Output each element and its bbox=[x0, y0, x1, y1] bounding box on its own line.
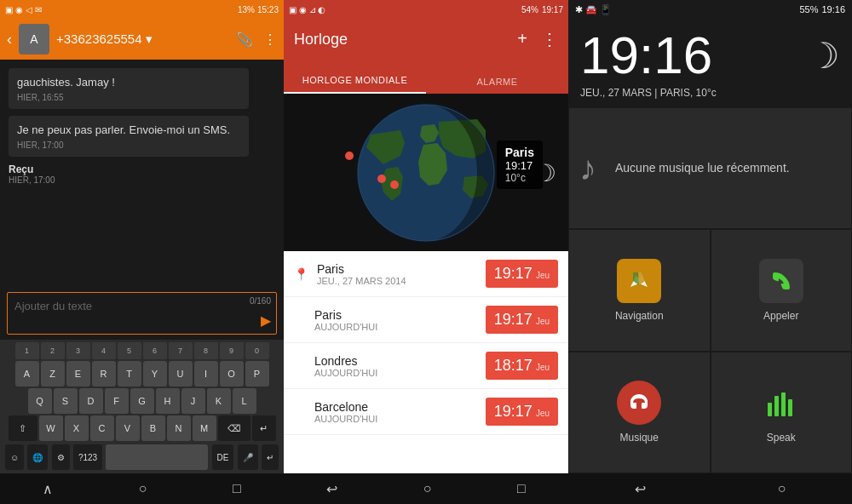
key-w[interactable]: W bbox=[39, 415, 63, 441]
city-item-barcelone[interactable]: Barcelone AUJOURD'HUI 19:17 Jeu bbox=[284, 389, 568, 435]
city-day: Jeu bbox=[536, 271, 550, 280]
city-item-paris-2[interactable]: Paris AUJOURD'HUI 19:17 Jeu bbox=[284, 297, 568, 343]
equalizer-icon bbox=[764, 386, 798, 420]
battery-text: 13% bbox=[238, 5, 255, 14]
key-q[interactable]: Q bbox=[28, 388, 52, 414]
key-n[interactable]: N bbox=[167, 415, 191, 441]
delete-key[interactable]: ⌫ bbox=[218, 415, 250, 441]
key-o[interactable]: O bbox=[220, 361, 244, 387]
key-c[interactable]: C bbox=[90, 415, 114, 441]
kb-row-2: Q S D F G H J K L bbox=[2, 388, 282, 414]
city-date: AUJOURD'HUI bbox=[314, 322, 486, 332]
key-h[interactable]: H bbox=[156, 388, 180, 414]
music-recent-tile[interactable]: ♪ Aucune musique lue récemment. bbox=[568, 107, 852, 229]
key-l[interactable]: L bbox=[233, 388, 256, 414]
key-f[interactable]: F bbox=[105, 388, 129, 414]
space-key[interactable] bbox=[106, 444, 208, 470]
key-d[interactable]: D bbox=[79, 388, 103, 414]
key-k[interactable]: K bbox=[207, 388, 231, 414]
key-u[interactable]: U bbox=[169, 361, 193, 387]
home-nav-home[interactable]: ○ bbox=[778, 481, 786, 496]
key-i[interactable]: I bbox=[194, 361, 218, 387]
emoji-key[interactable]: ☺ bbox=[5, 444, 24, 470]
status-right-icons: 13% 15:23 bbox=[238, 5, 279, 14]
globe-key[interactable]: 🌐 bbox=[27, 444, 48, 470]
num-key-8[interactable]: 8 bbox=[194, 342, 218, 359]
city-time: 19:17 bbox=[494, 311, 532, 329]
settings-key[interactable]: ⚙ bbox=[52, 444, 70, 470]
key-t[interactable]: T bbox=[118, 361, 141, 387]
home-nav-bar: ↩ ○ bbox=[568, 473, 852, 504]
key-z[interactable]: Z bbox=[41, 361, 65, 387]
city-time: 19:17 bbox=[494, 403, 532, 421]
lang-key[interactable]: DE bbox=[212, 444, 234, 470]
key-e[interactable]: E bbox=[66, 361, 90, 387]
num-key-2[interactable]: 2 bbox=[41, 342, 65, 359]
tab-alarme[interactable]: ALARME bbox=[426, 77, 568, 94]
key-g[interactable]: G bbox=[130, 388, 154, 414]
attach-icon[interactable]: 📎 bbox=[236, 32, 253, 48]
car-icon: 🚘 bbox=[585, 4, 597, 15]
nav-home-button[interactable]: ○ bbox=[139, 481, 147, 496]
num-key-7[interactable]: 7 bbox=[169, 342, 193, 359]
volume-icon: ◁ bbox=[26, 5, 32, 14]
clock-status-bar: ▣ ◉ ⊿ ◐ 54% 19:17 bbox=[284, 0, 568, 19]
city-info: Paris AUJOURD'HUI bbox=[294, 308, 486, 332]
clock-more-icon[interactable]: ⋮ bbox=[541, 29, 558, 49]
return-key[interactable]: ↵ bbox=[252, 415, 276, 441]
num-key-0[interactable]: 0 bbox=[245, 342, 269, 359]
key-r[interactable]: R bbox=[92, 361, 116, 387]
num-key-9[interactable]: 9 bbox=[220, 342, 244, 359]
call-tile[interactable]: Appeler bbox=[711, 229, 853, 351]
key-b[interactable]: B bbox=[141, 415, 165, 441]
music-tile[interactable]: Musique bbox=[568, 352, 711, 473]
more-icon[interactable]: ⋮ bbox=[263, 32, 277, 48]
num-key-1[interactable]: 1 bbox=[15, 342, 39, 359]
clock-nav-home[interactable]: ○ bbox=[423, 481, 432, 496]
key-p[interactable]: P bbox=[245, 361, 269, 387]
speak-tile[interactable]: Speak bbox=[711, 352, 853, 473]
city-item-paris-highlighted[interactable]: 📍 Paris JEU., 27 MARS 2014 19:17 Jeu bbox=[284, 251, 568, 297]
city-day: Jeu bbox=[536, 409, 550, 418]
nav-recent-button[interactable]: □ bbox=[233, 481, 241, 496]
clock-nav-back[interactable]: ↩ bbox=[326, 481, 337, 497]
navigation-tile[interactable]: Navigation bbox=[568, 229, 711, 351]
city-item-londres[interactable]: Londres AUJOURD'HUI 18:17 Jeu bbox=[284, 343, 568, 389]
send-icon[interactable]: ▶ bbox=[261, 312, 271, 329]
home-nav-back[interactable]: ↩ bbox=[635, 481, 646, 497]
contact-avatar: A bbox=[19, 24, 49, 54]
num-key-6[interactable]: 6 bbox=[143, 342, 167, 359]
num-key-5[interactable]: 5 bbox=[118, 342, 141, 359]
symbols-key[interactable]: ?123 bbox=[73, 444, 102, 470]
svg-rect-6 bbox=[781, 392, 786, 416]
back-button[interactable]: ‹ bbox=[7, 31, 12, 49]
sms-input-placeholder: Ajouter du texte bbox=[14, 300, 92, 312]
clock-nav-recent[interactable]: □ bbox=[517, 481, 526, 496]
key-a[interactable]: A bbox=[15, 361, 39, 387]
nav-back-button[interactable]: ∧ bbox=[43, 481, 53, 497]
num-key-4[interactable]: 4 bbox=[92, 342, 116, 359]
key-y[interactable]: Y bbox=[143, 361, 167, 387]
enter-key[interactable]: ↵ bbox=[262, 444, 279, 470]
music-label: Musique bbox=[620, 432, 659, 444]
shift-key[interactable]: ⇧ bbox=[9, 415, 37, 441]
key-m[interactable]: M bbox=[193, 415, 216, 441]
clock-nav-bar: ↩ ○ □ bbox=[284, 473, 568, 504]
key-x[interactable]: X bbox=[65, 415, 89, 441]
signal-icon: ▣ bbox=[5, 5, 13, 14]
city-date: JEU., 27 MARS 2014 bbox=[317, 276, 486, 286]
clock-add-icon[interactable]: + bbox=[517, 29, 527, 49]
sms-input-area[interactable]: Ajouter du texte 0/160 ▶ bbox=[7, 292, 277, 335]
clock-time: 19:17 bbox=[542, 5, 563, 14]
tab-horloge-mondiale[interactable]: HORLOGE MONDIALE bbox=[284, 75, 426, 94]
key-j[interactable]: J bbox=[181, 388, 205, 414]
svg-rect-4 bbox=[768, 403, 772, 416]
key-v[interactable]: V bbox=[116, 415, 140, 441]
city-pin-icon: 📍 bbox=[294, 267, 308, 281]
key-s[interactable]: S bbox=[54, 388, 78, 414]
num-key-3[interactable]: 3 bbox=[66, 342, 90, 359]
svg-rect-7 bbox=[788, 399, 792, 416]
mic-key[interactable]: 🎤 bbox=[238, 444, 258, 470]
city-dot-3 bbox=[390, 180, 399, 189]
clock-status-icons: ▣ ◉ ⊿ ◐ bbox=[289, 5, 325, 14]
